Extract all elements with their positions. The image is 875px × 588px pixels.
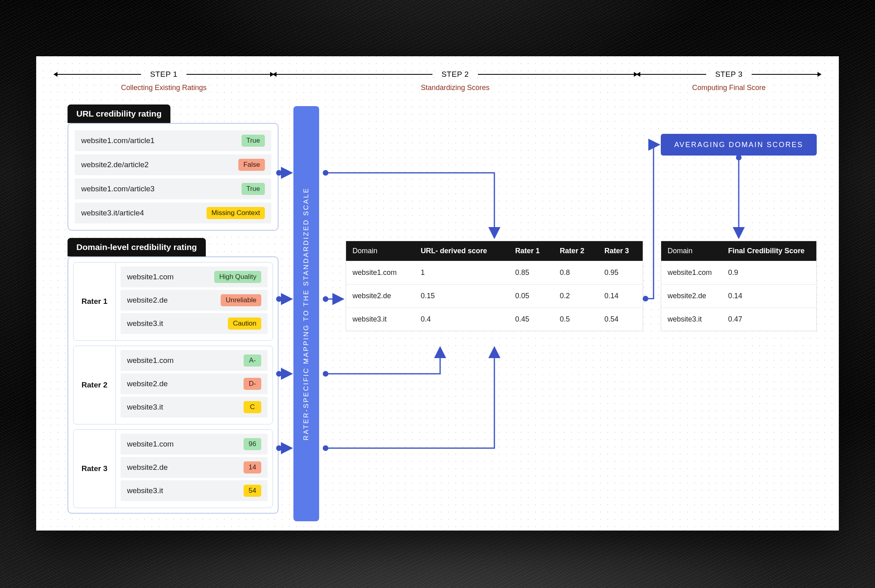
domain-block-title: Domain-level credibility rating	[68, 238, 206, 256]
svg-point-12	[323, 445, 328, 451]
step2-sub: Standardizing Scores	[421, 84, 490, 92]
url-block-title: URL credibility rating	[68, 104, 170, 123]
cell: 0.45	[509, 308, 553, 331]
url-text: website3.it/article4	[81, 209, 144, 217]
steps-header: STEP 1 Collecting Existing Ratings STEP …	[54, 70, 821, 92]
svg-point-11	[323, 371, 328, 377]
domain-row: website2.de14	[121, 457, 268, 478]
step1-sub: Collecting Existing Ratings	[121, 84, 207, 92]
url-text: website1.com/article1	[81, 136, 155, 145]
domain-badge: 14	[244, 461, 261, 473]
table-row: website3.it0.47	[661, 308, 817, 331]
domain-text: website1.com	[127, 440, 174, 449]
step3-title: STEP 3	[715, 70, 742, 79]
col-header: Domain	[661, 241, 722, 261]
domain-row: website1.com96	[121, 434, 268, 455]
cell: 0.14	[722, 285, 817, 308]
cell: website1.com	[346, 261, 414, 285]
domain-badge: D-	[244, 378, 261, 390]
cell: 0.15	[414, 285, 509, 308]
url-row: website1.com/article3True	[75, 178, 271, 199]
col-header: Final Credibility Score	[722, 241, 817, 261]
url-credibility-block: URL credibility rating website1.com/arti…	[68, 104, 279, 231]
domain-row: website3.itCaution	[121, 313, 268, 334]
svg-point-13	[643, 296, 648, 301]
table-row: website2.de0.14	[661, 285, 817, 308]
domain-row: website3.it54	[121, 480, 268, 501]
cell: website2.de	[346, 285, 414, 308]
cell: 0.2	[553, 285, 598, 308]
cell: 0.47	[722, 308, 817, 331]
table-row: website1.com10.850.80.95	[346, 261, 643, 285]
cell: 1	[414, 261, 509, 285]
averaging-bar: AVERAGING DOMAIN SCORES	[661, 134, 817, 156]
svg-point-9	[323, 296, 328, 302]
cell: 0.05	[509, 285, 553, 308]
domain-credibility-block: Domain-level credibility rating Rater 1w…	[68, 238, 279, 514]
url-text: website1.com/article3	[81, 184, 155, 193]
domain-text: website2.de	[127, 296, 168, 305]
rater-block: Rater 2website1.comA-website2.deD-websit…	[73, 346, 273, 424]
url-badge: True	[242, 183, 265, 195]
rater-name: Rater 2	[74, 346, 116, 424]
url-badge: True	[242, 135, 265, 147]
domain-text: website1.com	[127, 356, 174, 365]
col-header: Rater 1	[509, 241, 553, 261]
cell: 0.85	[509, 261, 553, 285]
col-header: Domain	[346, 241, 414, 261]
rater-block: Rater 1website1.comHigh Qualitywebsite2.…	[73, 262, 273, 341]
cell: 0.14	[598, 285, 643, 308]
url-row: website2.de/article2False	[75, 154, 271, 175]
url-row: website3.it/article4Missing Context	[75, 203, 271, 223]
cell: 0.9	[722, 261, 817, 285]
domain-row: website2.deUnreliable	[121, 290, 268, 311]
cell: website2.de	[661, 285, 722, 308]
cell: 0.54	[598, 308, 643, 331]
url-badge: False	[238, 159, 265, 171]
url-badge: Missing Context	[207, 207, 265, 219]
domain-text: website1.com	[127, 272, 174, 281]
cell: website3.it	[346, 308, 414, 331]
domain-badge: High Quality	[214, 271, 261, 283]
domain-badge: A-	[244, 354, 261, 367]
domain-text: website3.it	[127, 486, 163, 495]
domain-row: website2.deD-	[121, 373, 268, 394]
domain-text: website2.de	[127, 463, 168, 472]
domain-text: website3.it	[127, 319, 163, 328]
col-header: Rater 2	[553, 241, 598, 261]
svg-point-14	[736, 155, 742, 160]
averaging-label: AVERAGING DOMAIN SCORES	[674, 141, 803, 149]
domain-row: website1.comHigh Quality	[121, 266, 268, 287]
col-header: URL- derived score	[414, 241, 509, 261]
mapping-bar: RATER-SPECIFIC MAPPING TO THE STANDARDIZ…	[293, 106, 319, 521]
domain-text: website3.it	[127, 403, 163, 412]
url-row: website1.com/article1True	[75, 130, 271, 151]
rater-name: Rater 3	[74, 430, 116, 508]
table-row: website2.de0.150.050.20.14	[346, 285, 643, 308]
domain-row: website1.comA-	[121, 350, 268, 371]
domain-text: website2.de	[127, 379, 168, 388]
standardized-table: DomainURL- derived scoreRater 1Rater 2Ra…	[346, 241, 643, 331]
domain-row: website3.itC	[121, 397, 268, 418]
domain-badge: Caution	[228, 318, 261, 330]
step3-sub: Computing Final Score	[692, 84, 766, 92]
domain-badge: 54	[244, 485, 261, 497]
rater-block: Rater 3website1.com96website2.de14websit…	[73, 429, 273, 508]
step2-title: STEP 2	[441, 70, 469, 79]
domain-badge: 96	[244, 438, 261, 450]
cell: website3.it	[661, 308, 722, 331]
cell: 0.4	[414, 308, 509, 331]
cell: 0.5	[553, 308, 598, 331]
col-header: Rater 3	[598, 241, 643, 261]
cell: website1.com	[661, 261, 722, 285]
rater-name: Rater 1	[74, 262, 116, 340]
table-row: website3.it0.40.450.50.54	[346, 308, 643, 331]
table-row: website1.com0.9	[661, 261, 817, 285]
step1-title: STEP 1	[150, 70, 177, 79]
domain-badge: Unreliable	[221, 294, 261, 306]
svg-point-8	[323, 170, 328, 176]
domain-badge: C	[244, 401, 261, 413]
mapping-bar-label: RATER-SPECIFIC MAPPING TO THE STANDARDIZ…	[302, 187, 310, 440]
cell: 0.95	[598, 261, 643, 285]
final-score-table: DomainFinal Credibility Scorewebsite1.co…	[661, 241, 817, 331]
